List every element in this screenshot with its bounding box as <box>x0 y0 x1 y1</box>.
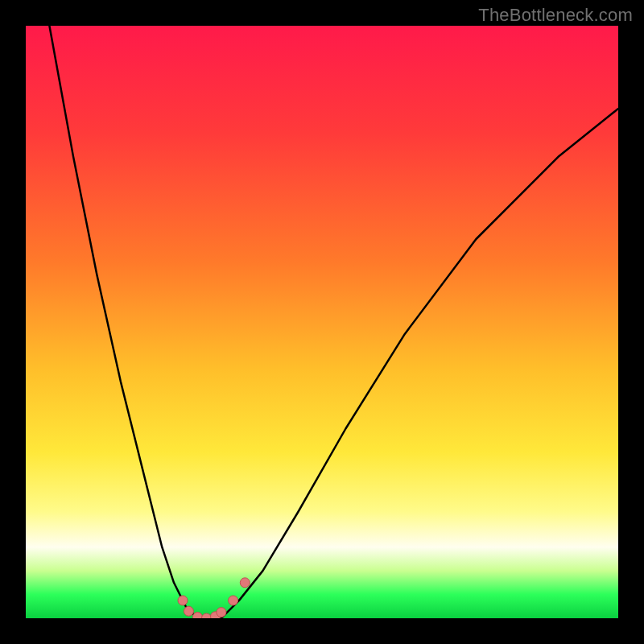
curve-dots <box>178 578 250 618</box>
curve-path <box>49 26 618 618</box>
watermark-text: TheBottleneck.com <box>478 5 633 26</box>
bottleneck-curve <box>49 26 618 618</box>
dot-4 <box>202 613 212 618</box>
chart-frame: TheBottleneck.com <box>0 0 644 644</box>
dot-2 <box>184 606 193 616</box>
dot-7 <box>229 596 238 605</box>
chart-svg <box>26 26 618 618</box>
plot-area <box>26 26 618 618</box>
dot-6 <box>217 608 226 617</box>
dot-3 <box>192 613 202 619</box>
dot-8 <box>240 578 250 588</box>
dot-1 <box>178 596 188 605</box>
